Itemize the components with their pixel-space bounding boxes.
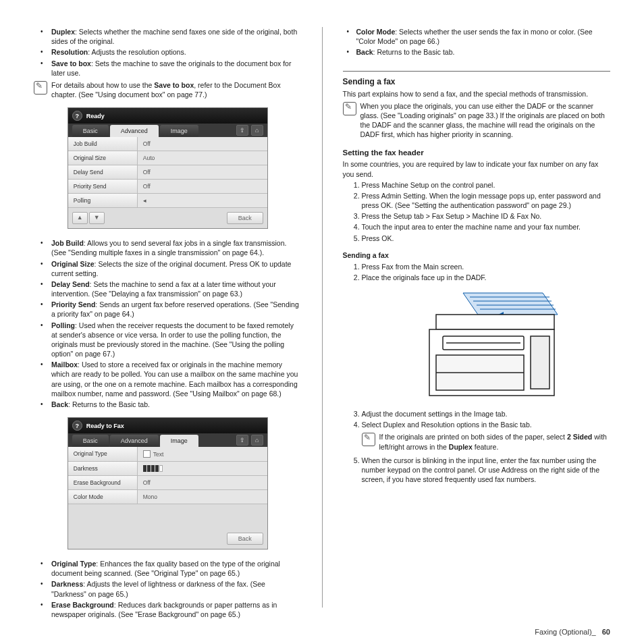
term: Color Mode xyxy=(356,28,396,36)
note-icon xyxy=(343,102,356,115)
list-item: Original Type: Enhances the fax quality … xyxy=(34,559,302,578)
row-value: Off xyxy=(138,165,267,179)
row-value: Off xyxy=(138,180,267,193)
footer-label: Faxing (Optional) xyxy=(535,628,591,636)
tab-basic[interactable]: Basic xyxy=(72,435,109,447)
text: : Allows you to send several fax jobs in… xyxy=(51,239,286,257)
back-button[interactable]: Back xyxy=(227,533,263,545)
t: Save to box xyxy=(154,81,194,89)
usb-icon[interactable]: ⇪ xyxy=(236,125,248,136)
header-steps: Press Machine Setup on the control panel… xyxy=(343,180,611,243)
step: Press Admin Setting. When the login mess… xyxy=(362,191,611,210)
tabs: Basic Advanced Image ⇪ ⌂ xyxy=(68,124,267,137)
screen-header: ? Ready to Fax xyxy=(68,418,267,433)
table-row[interactable]: Priority SendOff xyxy=(68,180,267,194)
home-icon[interactable]: ⌂ xyxy=(251,125,263,136)
usb-icon[interactable]: ⇪ xyxy=(236,435,248,446)
help-icon: ? xyxy=(72,111,82,121)
table-row[interactable]: Polling◂ xyxy=(68,194,267,208)
tab-basic[interactable]: Basic xyxy=(72,125,109,137)
down-icon[interactable]: ▼ xyxy=(89,212,105,224)
table-row[interactable]: Delay SendOff xyxy=(68,165,267,180)
t: feature. xyxy=(473,443,499,451)
t: , refer to the xyxy=(194,81,234,89)
screen-body: Original TypeText Darkness Erase Backgro… xyxy=(68,447,267,529)
paragraph: In some countries, you are required by l… xyxy=(343,159,611,178)
row-label: Original Size xyxy=(68,151,138,165)
list-item: Resolution: Adjusts the resolution optio… xyxy=(34,47,302,57)
list-item: Erase Background: Reduces dark backgroun… xyxy=(34,600,302,619)
term: Mailbox xyxy=(51,360,78,369)
table-row[interactable]: Job BuildOff xyxy=(68,137,267,151)
t: For details about how to use the xyxy=(51,81,154,89)
list-item: Mailbox: Used to store a received fax or… xyxy=(34,360,302,398)
row-label: Delay Send xyxy=(68,165,138,179)
heading-sending-fax: Sending a fax xyxy=(343,77,611,86)
term: Darkness xyxy=(51,580,83,588)
send-steps-5: When the cursor is blinking in the input… xyxy=(343,456,611,485)
row-value: Off xyxy=(138,137,267,151)
up-icon[interactable]: ▲ xyxy=(72,212,88,224)
list-item: Back: Returns to the Basic tab. xyxy=(343,47,611,57)
status-label: Ready to Fax xyxy=(86,423,124,429)
list-item: Back: Returns to the Basic tab. xyxy=(34,400,302,409)
paragraph: This part explains how to send a fax, an… xyxy=(343,89,611,99)
table-row[interactable]: Erase BackgroundOff xyxy=(68,476,267,490)
printer-illustration xyxy=(389,288,564,402)
page: Duplex: Selects whether the machine send… xyxy=(0,0,644,644)
row-label: Darkness xyxy=(68,462,138,475)
row-label: Color Mode xyxy=(68,490,138,504)
step: When the cursor is blinking in the input… xyxy=(362,456,611,485)
checkbox-icon xyxy=(143,450,151,458)
home-icon[interactable]: ⌂ xyxy=(251,435,263,446)
list-item: Save to box: Sets the machine to save th… xyxy=(34,59,302,78)
row-value: Auto xyxy=(138,151,267,165)
t: Duplex xyxy=(449,443,473,451)
row-value: Mono xyxy=(138,490,267,504)
status-label: Ready xyxy=(86,113,105,119)
note-text: When you place the originals, you can us… xyxy=(360,101,611,140)
note-save-to-box: For details about how to use the Save to… xyxy=(34,80,302,99)
t: If the originals are printed on both sid… xyxy=(379,433,567,441)
list-item: Color Mode: Selects whether the user sen… xyxy=(343,27,611,46)
step: Press OK. xyxy=(362,234,611,243)
text: : Returns to the Basic tab. xyxy=(373,48,455,56)
send-steps-cont: Adjust the document settings in the Imag… xyxy=(343,409,611,429)
row-label: Job Build xyxy=(68,137,138,151)
screen-footer: ▲ ▼ Back xyxy=(68,208,267,228)
table-row[interactable]: Darkness xyxy=(68,462,267,476)
color-mode-back-list: Color Mode: Selects whether the user sen… xyxy=(343,27,611,57)
right-column: Color Mode: Selects whether the user sen… xyxy=(343,27,611,608)
note-icon xyxy=(34,81,47,95)
table-row[interactable]: Original SizeAuto xyxy=(68,151,267,165)
term: Job Build xyxy=(51,239,84,247)
tab-advanced[interactable]: Advanced xyxy=(110,435,159,447)
term: Original Type xyxy=(51,560,96,568)
step: Touch the input area to enter the machin… xyxy=(362,222,611,232)
row-label: Priority Send xyxy=(68,180,138,193)
term: Erase Background xyxy=(51,601,114,609)
duplex-resolution-save-list: Duplex: Selects whether the machine send… xyxy=(34,27,302,78)
list-item: Delay Send: Sets the machine to send a f… xyxy=(34,279,302,298)
left-column: Duplex: Selects whether the machine send… xyxy=(34,27,302,608)
screen-footer: Back xyxy=(68,529,267,549)
screen-header: ? Ready xyxy=(68,108,267,124)
tab-advanced[interactable]: Advanced xyxy=(110,125,159,137)
term: Duplex xyxy=(51,28,75,36)
list-item: Duplex: Selects whether the machine send… xyxy=(34,27,302,46)
row-value: Off xyxy=(138,476,267,489)
list-item: Polling: Used when the receiver requests… xyxy=(34,321,302,359)
tab-image[interactable]: Image xyxy=(160,435,198,447)
image-bullet-list: Original Type: Enhances the fax quality … xyxy=(34,559,302,619)
table-row[interactable]: Color ModeMono xyxy=(68,490,267,504)
tab-image[interactable]: Image xyxy=(160,125,198,137)
text: : Adjusts the resolution options. xyxy=(88,48,186,56)
text: : Used when the receiver requests the do… xyxy=(51,321,294,358)
empty-space xyxy=(68,504,267,529)
note-text: For details about how to use the Save to… xyxy=(51,80,302,99)
note-text: If the originals are printed on both sid… xyxy=(379,432,611,451)
table-row[interactable]: Original TypeText xyxy=(68,447,267,462)
note-dadf: When you place the originals, you can us… xyxy=(343,101,611,140)
term: Resolution xyxy=(51,48,88,56)
back-button[interactable]: Back xyxy=(227,212,263,224)
